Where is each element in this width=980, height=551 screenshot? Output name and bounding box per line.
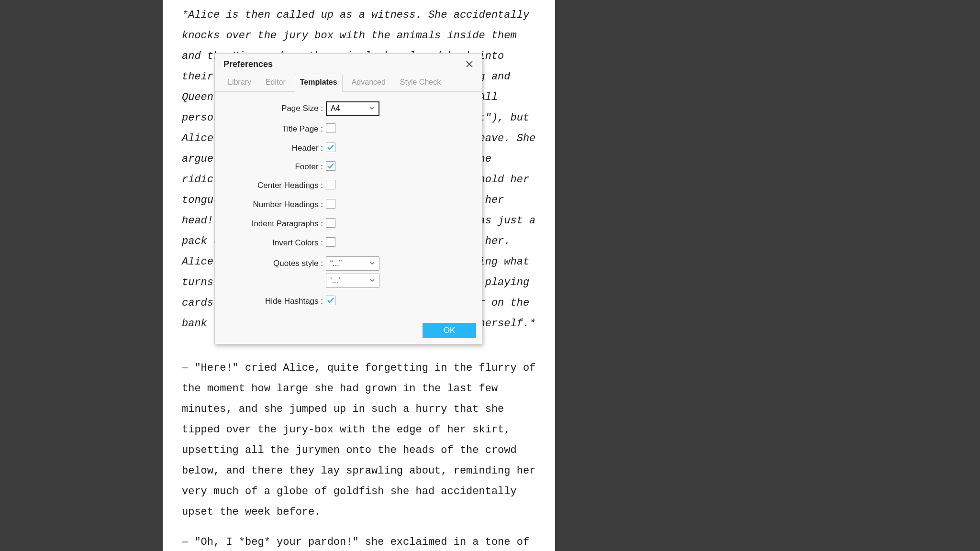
quotes-style-label: Quotes style : xyxy=(226,259,326,268)
dialog-footer: OK xyxy=(215,313,482,344)
hide-hashtags-checkbox[interactable] xyxy=(326,296,335,305)
number-headings-label: Number Headings : xyxy=(226,200,326,209)
close-icon xyxy=(466,60,473,68)
tab-bar: Library Editor Templates Advanced Style … xyxy=(215,74,482,92)
title-page-checkbox[interactable] xyxy=(326,123,335,133)
chevron-down-icon xyxy=(369,104,375,113)
dialog-body: Page Size : A4 Title Page : Header : xyxy=(215,92,482,313)
field-quotes-style: Quotes style : “...” xyxy=(226,256,470,271)
dialog-title: Preferences xyxy=(223,59,273,69)
field-center-headings: Center Headings : xyxy=(226,180,470,191)
quotes-style-single-select[interactable]: ‘...’ xyxy=(326,274,379,288)
tab-editor[interactable]: Editor xyxy=(260,74,291,92)
quotes-style-single-value: ‘...’ xyxy=(330,276,340,285)
chevron-down-icon xyxy=(369,259,375,268)
document-paragraph: — "Here!" cried Alice, quite forgetting … xyxy=(182,358,536,522)
document-paragraph: — "Oh, I *beg* your pardon!" she exclaim… xyxy=(182,532,536,551)
tab-templates[interactable]: Templates xyxy=(295,74,343,92)
field-quotes-style-single: ‘...’ xyxy=(226,274,470,288)
ok-button[interactable]: OK xyxy=(423,323,476,338)
indent-paragraphs-checkbox[interactable] xyxy=(326,218,335,228)
header-label: Header : xyxy=(226,143,326,153)
quotes-style-double-value: “...” xyxy=(330,259,342,268)
footer-checkbox[interactable] xyxy=(326,161,335,171)
page-size-label: Page Size : xyxy=(226,104,326,113)
center-headings-checkbox[interactable] xyxy=(326,180,335,189)
field-number-headings: Number Headings : xyxy=(226,199,470,210)
footer-label: Footer : xyxy=(226,162,326,172)
field-hide-hashtags: Hide Hashtags : xyxy=(226,296,470,307)
invert-colors-label: Invert Colors : xyxy=(226,238,326,248)
field-page-size: Page Size : A4 xyxy=(226,101,470,116)
chevron-down-icon xyxy=(369,276,375,285)
header-checkbox[interactable] xyxy=(326,143,335,152)
indent-paragraphs-label: Indent Paragraphs : xyxy=(226,219,326,229)
field-title-page: Title Page : xyxy=(226,123,470,135)
dialog-header: Preferences xyxy=(215,54,482,74)
invert-colors-checkbox[interactable] xyxy=(326,237,335,247)
field-header: Header : xyxy=(226,143,470,154)
field-indent-paragraphs: Indent Paragraphs : xyxy=(226,218,470,230)
quotes-style-double-select[interactable]: “...” xyxy=(326,256,379,271)
field-footer: Footer : xyxy=(226,161,470,172)
preferences-dialog: Preferences Library Editor Templates Adv… xyxy=(214,53,482,344)
tab-advanced[interactable]: Advanced xyxy=(346,74,391,92)
number-headings-checkbox[interactable] xyxy=(326,199,335,209)
close-button[interactable] xyxy=(463,57,476,71)
tab-style-check[interactable]: Style Check xyxy=(395,74,446,92)
tab-library[interactable]: Library xyxy=(223,74,256,92)
hide-hashtags-label: Hide Hashtags : xyxy=(226,297,326,306)
page-size-select[interactable]: A4 xyxy=(326,101,379,116)
title-page-label: Title Page : xyxy=(226,124,326,134)
center-headings-label: Center Headings : xyxy=(226,181,326,190)
field-invert-colors: Invert Colors : xyxy=(226,237,470,249)
page-size-value: A4 xyxy=(331,104,340,113)
